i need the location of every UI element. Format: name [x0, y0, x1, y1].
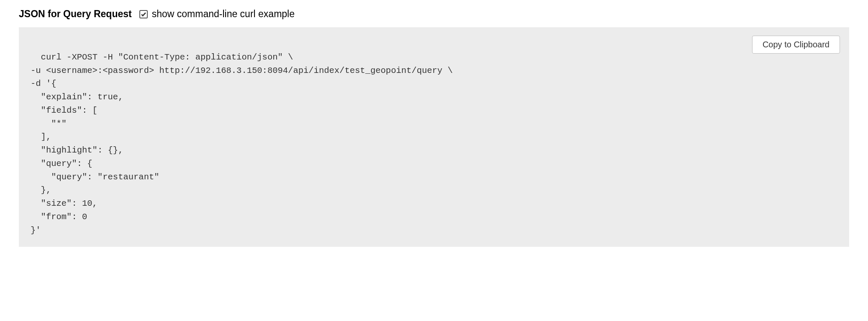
section-title: JSON for Query Request: [19, 8, 132, 20]
show-curl-checkbox[interactable]: show command-line curl example: [139, 8, 295, 20]
code-block: Copy to Clipboardcurl -XPOST -H "Content…: [19, 27, 849, 247]
copy-to-clipboard-button[interactable]: Copy to Clipboard: [752, 36, 840, 54]
code-content: curl -XPOST -H "Content-Type: applicatio…: [31, 52, 453, 235]
checkmark-icon: [141, 11, 146, 17]
checkbox-icon: [139, 10, 148, 18]
checkbox-label: show command-line curl example: [152, 8, 295, 20]
section-header: JSON for Query Request show command-line…: [19, 8, 849, 20]
